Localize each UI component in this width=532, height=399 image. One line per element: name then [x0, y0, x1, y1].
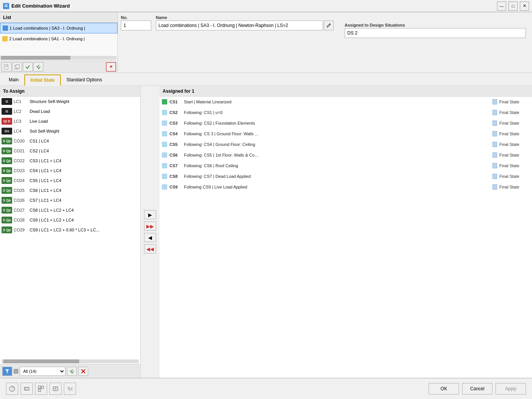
assigned-row[interactable]: CS6 Following: CS5 | 1st Floor: Walls & … [160, 150, 532, 160]
assigned-row[interactable]: CS3 Following: CS2 | Foundation Elements… [160, 118, 532, 128]
assign-row[interactable]: G LC2 Dead Load [0, 106, 140, 116]
check-all-assign-button[interactable] [67, 367, 77, 376]
tab-standard-options[interactable]: Standard Options [61, 74, 108, 85]
no-input[interactable] [121, 21, 151, 30]
list-item[interactable]: 2 Load combinations | SA1 - I. Ordnung | [0, 33, 117, 44]
title-bar: Edit Combination Wizard — □ ✕ [0, 0, 532, 12]
main-content-area: To Assign G LC1 Structure Self-Weight G … [0, 86, 532, 378]
assign-tag: S Qp [2, 177, 12, 184]
check-button[interactable] [23, 62, 33, 71]
list-panel: List 1 Load combinations | SA3 - I. Ordn… [0, 12, 118, 73]
new-item-button[interactable] [2, 62, 11, 71]
assign-code: CO24 [14, 178, 28, 183]
copy-button[interactable] [12, 62, 22, 71]
final-state-label: Final State [499, 153, 530, 157]
apply-button[interactable]: Apply [496, 383, 526, 394]
svg-text:?: ? [11, 386, 14, 391]
list-item[interactable]: 1 Load combinations | SA3 - I. Ordnung | [0, 23, 117, 33]
final-state-label: Final State [499, 142, 530, 147]
assign-row[interactable]: S Qp CO24 CS5 | LC1 + LC4 [0, 176, 140, 185]
minimize-button[interactable]: — [497, 2, 506, 11]
assign-hscrollbar[interactable] [2, 359, 139, 363]
formula-button[interactable]: f(x) [64, 383, 76, 395]
assign-row[interactable]: S Qp CO26 CS7 | LC1 + LC4 [0, 195, 140, 205]
assign-row[interactable]: S Qp CO21 CS2 | LC4 [0, 146, 140, 156]
move-right-button[interactable]: ▶ [144, 210, 156, 219]
assigned-row[interactable]: CS1 Start | Material Linearized Final St… [160, 97, 532, 107]
right-top-area: No. Name Assigned to Design Situations D… [118, 12, 532, 73]
cancel-button[interactable]: Cancel [462, 383, 492, 394]
name-input[interactable] [156, 21, 323, 30]
assigned-row[interactable]: CS9 Following CS9 | Live Load Applied Fi… [160, 182, 532, 192]
assign-row[interactable]: S Qp CO29 CS9 | LC1 + LC2 + 0.60 * LC3 +… [0, 225, 140, 235]
assign-row[interactable]: QI D LC3 Live Load [0, 116, 140, 126]
assign-row[interactable]: S Qp CO28 CS9 | LC1 + LC2 + LC4 [0, 215, 140, 225]
cs-description: Start | Material Linearized [184, 100, 490, 104]
assign-code: CO27 [14, 208, 28, 212]
move-all-left-button[interactable]: ◀◀ [144, 244, 156, 253]
cs-description: Following: CS6 | Roof Ceiling [184, 163, 490, 168]
assign-code: LC1 [14, 99, 28, 104]
name-group: Name [156, 15, 337, 30]
list-toolbar: ✕ [0, 60, 117, 73]
close-button[interactable]: ✕ [520, 2, 529, 11]
cs-description: Following: CS5 | 1st Floor: Walls & Co..… [184, 153, 490, 157]
assigned-panel: Assigned for 1 CS1 Start | Material Line… [160, 86, 532, 378]
final-state-color-badge [492, 152, 497, 158]
assigned-row[interactable]: CS4 Following: CS 3 | Ground Floor: Wall… [160, 128, 532, 139]
assigned-row[interactable]: CS2 Following: CS1 | u=0 Final State [160, 107, 532, 118]
assign-code: LC2 [14, 109, 28, 114]
list-item-icon-yellow [2, 36, 8, 41]
assign-code: CO21 [14, 149, 28, 153]
dialog-bottom: ? 0.00 f(x) OK Cancel Apply [0, 378, 532, 399]
svg-rect-18 [41, 386, 44, 388]
table-button[interactable] [49, 383, 62, 395]
list-scrollbar[interactable] [1, 56, 117, 60]
name-input-row [156, 21, 337, 30]
tab-initial-state[interactable]: Initial State [24, 74, 61, 86]
assigned-row[interactable]: CS7 Following: CS6 | Roof Ceiling Final … [160, 160, 532, 171]
units-button[interactable]: 0.00 [21, 383, 33, 395]
help-button[interactable]: ? [6, 383, 18, 395]
assigned-row[interactable]: CS5 Following: CS4 | Ground Floor: Ceili… [160, 139, 532, 150]
filter-select[interactable]: All (14) None Selected [20, 367, 65, 376]
assign-tag: S Qp [2, 226, 12, 233]
final-state-label: Final State [499, 131, 530, 136]
assign-row[interactable]: Gs LC4 Soil Self-Weight [0, 126, 140, 136]
cs-color-badge [162, 142, 167, 147]
assign-row[interactable]: S Qp CO27 CS8 | LC1 + LC2 + LC4 [0, 205, 140, 215]
maximize-button[interactable]: □ [508, 2, 518, 11]
move-left-button[interactable]: ◀ [144, 233, 156, 242]
assign-tag: S Qp [2, 147, 12, 154]
move-all-right-button[interactable]: ▶▶ [144, 222, 156, 231]
final-state-color-badge [492, 110, 497, 115]
ok-button[interactable]: OK [429, 383, 459, 394]
assigned-list: CS1 Start | Material Linearized Final St… [160, 97, 532, 378]
svg-marker-10 [5, 369, 9, 373]
name-edit-button[interactable] [324, 21, 334, 30]
filter-button[interactable] [2, 367, 12, 376]
assign-row[interactable]: S Qp CO25 CS6 | LC1 + LC4 [0, 185, 140, 195]
assign-row[interactable]: S Qp CO22 CS3 | LC1 + LC4 [0, 156, 140, 166]
assign-row[interactable]: S Qp CO20 CS1 | LC4 [0, 136, 140, 146]
svg-text:f(x): f(x) [68, 386, 73, 391]
cs-code: CS2 [169, 110, 182, 115]
view-button[interactable] [35, 383, 47, 395]
assign-code: CO23 [14, 168, 28, 173]
assign-row[interactable]: S Qp CO23 CS4 | LC1 + LC4 [0, 166, 140, 176]
assign-code: CO22 [14, 158, 28, 163]
no-group: No. [121, 15, 151, 30]
assign-name: Structure Self-Weight [30, 99, 139, 104]
tab-main[interactable]: Main [3, 74, 24, 85]
assign-list: G LC1 Structure Self-Weight G LC2 Dead L… [0, 97, 140, 359]
cs-code: CS1 [169, 100, 182, 104]
svg-text:0.00: 0.00 [25, 386, 30, 391]
assign-tag: G [2, 108, 12, 115]
cs-code: CS7 [169, 163, 182, 168]
delete-button[interactable]: ✕ [106, 62, 116, 71]
check-all-button[interactable] [33, 62, 43, 71]
uncheck-all-assign-button[interactable] [78, 367, 88, 376]
assigned-row[interactable]: CS8 Following: CS7 | Dead Load Applied F… [160, 171, 532, 182]
assign-row[interactable]: G LC1 Structure Self-Weight [0, 97, 140, 106]
list-item-label: 2 Load combinations | SA1 - I. Ordnung | [9, 36, 85, 41]
